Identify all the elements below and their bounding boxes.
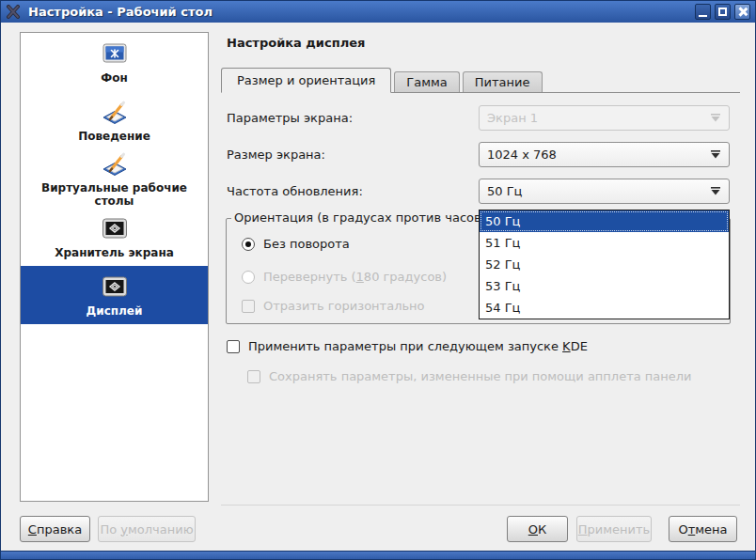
- tab-power[interactable]: Питание: [463, 71, 543, 92]
- help-button[interactable]: Справка: [20, 516, 90, 542]
- footer-divider: [221, 505, 740, 506]
- crossed-tools-icon: [6, 5, 21, 20]
- close-button[interactable]: [734, 4, 750, 20]
- apply-button-label: Применить: [578, 522, 650, 537]
- page-title: Настройка дисплея: [227, 36, 365, 50]
- tab-size-orientation[interactable]: Размер и ориентация: [221, 68, 391, 93]
- screen-params-value: Экран 1: [487, 111, 538, 125]
- settings-dialog: Настройка - Рабочий стол Фон: [0, 0, 756, 560]
- dropdown-option[interactable]: 52 Гц: [480, 254, 729, 275]
- dropdown-option[interactable]: 54 Гц: [480, 297, 729, 319]
- notepad-pencil-icon: [100, 149, 130, 179]
- cancel-button-label: Отмена: [678, 522, 727, 537]
- window-bottom-frame: [1, 551, 755, 560]
- kde-screen-icon: [100, 39, 130, 70]
- ok-button-label: ОК: [528, 522, 546, 537]
- module-sidebar: Фон Поведение Виртуальные рабочие столы: [20, 32, 209, 502]
- refresh-rate-value: 50 Гц: [487, 184, 522, 198]
- dropdown-option[interactable]: 51 Гц: [480, 232, 729, 254]
- checkbox-save-applet-label: Сохранять параметры, измененные при помо…: [269, 369, 692, 383]
- minimize-button[interactable]: [695, 4, 711, 20]
- refresh-rate-dropdown: 50 Гц 51 Гц 52 Гц 53 Гц 54 Гц: [479, 210, 730, 319]
- sidebar-item-display[interactable]: Дисплей: [21, 266, 208, 324]
- close-icon: [737, 7, 748, 17]
- tab-bar: Размер и ориентация Гамма Питание: [221, 67, 740, 93]
- minimize-icon: [699, 15, 707, 17]
- screen-size-label: Размер экрана:: [227, 148, 325, 162]
- orientation-group-title: Ориентация (в градусах против часовой с: [231, 210, 510, 225]
- ok-button[interactable]: ОК: [507, 516, 568, 542]
- defaults-button: По умолчанию: [98, 516, 196, 542]
- sidebar-item-label: Фон: [101, 71, 127, 85]
- dark-monitor-icon: [100, 272, 130, 303]
- tab-label: Питание: [475, 75, 530, 89]
- checkbox-apply-label: Применить параметры при следующем запуск…: [248, 339, 588, 353]
- defaults-button-label: По умолчанию: [100, 522, 193, 537]
- checkbox-apply-on-kde-start[interactable]: Применить параметры при следующем запуск…: [227, 339, 588, 353]
- sidebar-item-screensaver[interactable]: Хранитель экрана: [21, 208, 208, 266]
- sidebar-item-behavior[interactable]: Поведение: [21, 91, 208, 149]
- checkbox-save-applet-settings: Сохранять параметры, измененные при помо…: [247, 369, 692, 383]
- checkbox-icon[interactable]: [227, 340, 240, 353]
- refresh-rate-select[interactable]: 50 Гц: [479, 179, 730, 204]
- refresh-rate-label: Частота обновления:: [227, 184, 363, 198]
- sidebar-item-virtual-desktops[interactable]: Виртуальные рабочие столы: [21, 149, 208, 208]
- sidebar-item-label: Хранитель экрана: [55, 246, 174, 259]
- notepad-pencil-icon: [100, 98, 130, 128]
- chevron-down-icon: [710, 187, 721, 195]
- sidebar-item-label: Виртуальные рабочие столы: [21, 181, 208, 208]
- chevron-down-icon: [710, 150, 721, 159]
- dark-monitor-icon: [100, 214, 130, 244]
- help-button-label: Справка: [28, 522, 82, 537]
- sidebar-item-label: Поведение: [78, 130, 150, 143]
- screen-params-select: Экран 1: [479, 105, 730, 131]
- screen-params-label: Параметры экрана:: [227, 111, 353, 125]
- screen-size-select[interactable]: 1024 x 768: [479, 142, 730, 167]
- sidebar-item-background[interactable]: Фон: [21, 33, 208, 91]
- tab-label: Размер и ориентация: [237, 73, 375, 87]
- window-title: Настройка - Рабочий стол: [28, 5, 691, 19]
- chevron-down-icon: [710, 114, 721, 122]
- maximize-icon: [718, 8, 727, 16]
- dropdown-option[interactable]: 50 Гц: [480, 210, 729, 232]
- cancel-button[interactable]: Отмена: [669, 516, 737, 542]
- maximize-button[interactable]: [715, 4, 731, 20]
- dropdown-option[interactable]: 53 Гц: [480, 275, 729, 297]
- titlebar[interactable]: Настройка - Рабочий стол: [1, 1, 755, 23]
- apply-button: Применить: [576, 516, 652, 542]
- screen-size-value: 1024 x 768: [487, 148, 557, 162]
- tab-label: Гамма: [406, 75, 447, 89]
- tab-gamma[interactable]: Гамма: [394, 71, 459, 92]
- sidebar-item-label: Дисплей: [87, 304, 143, 318]
- checkbox-icon: [247, 370, 260, 383]
